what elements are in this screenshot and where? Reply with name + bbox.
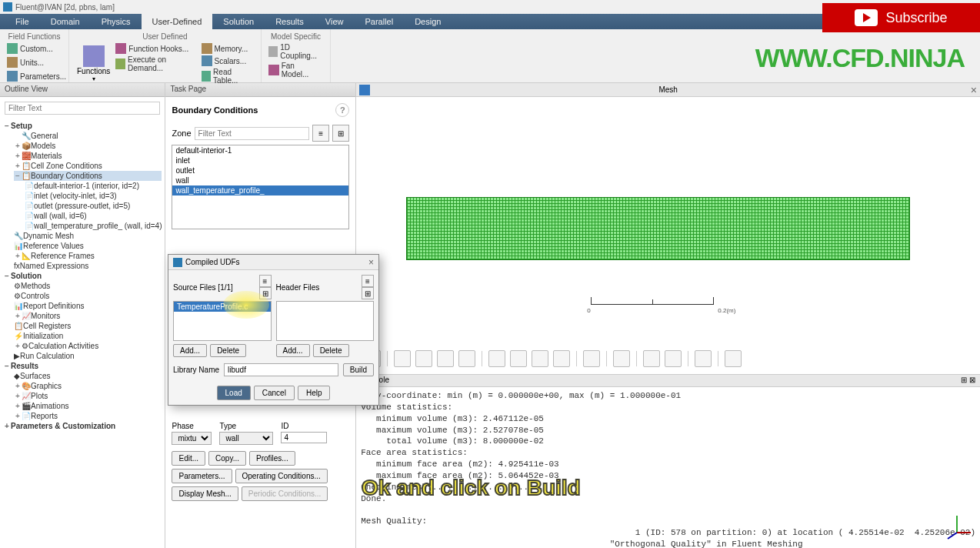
mesh-canvas[interactable]: 0 0.2(m): [356, 97, 980, 343]
tree-bc-item[interactable]: 📄 inlet (velocity-inlet, id=3): [25, 191, 162, 201]
type-select[interactable]: wall: [219, 432, 273, 445]
tree-bc-item[interactable]: 📄 wall (wall, id=6): [25, 211, 162, 221]
tool-fit-icon[interactable]: [532, 350, 548, 367]
parameters-button[interactable]: Parameters...: [5, 70, 68, 82]
tool-outline-icon[interactable]: [583, 350, 600, 367]
tree-monitors[interactable]: +📈 Monitors: [14, 311, 162, 321]
subscribe-overlay[interactable]: Subscribe: [822, 3, 980, 32]
tool-zoomout-icon[interactable]: [510, 350, 527, 367]
zone-item[interactable]: wall: [172, 175, 348, 185]
tab-solution[interactable]: Solution: [212, 14, 265, 29]
udf-help-button[interactable]: Help: [298, 386, 331, 400]
tree-controls[interactable]: ⚙ Controls: [14, 291, 162, 301]
functions-button[interactable]: Functions▾: [74, 42, 113, 85]
zone-item[interactable]: outlet: [172, 165, 348, 175]
tree-runcalc[interactable]: ▶ Run Calculation: [14, 351, 162, 361]
zone-sort-icon[interactable]: ≡: [312, 125, 329, 142]
tree-namedexp[interactable]: fx Named Expressions: [14, 261, 162, 271]
mesh-close-icon[interactable]: ×: [971, 84, 977, 96]
edit-button[interactable]: Edit...: [172, 451, 205, 466]
tab-view[interactable]: View: [315, 14, 355, 29]
units-button[interactable]: Units...: [5, 56, 68, 68]
tab-user-defined[interactable]: User-Defined: [142, 14, 213, 29]
tree-results[interactable]: −Results: [3, 361, 162, 371]
tree-cellregs[interactable]: 📋 Cell Registers: [14, 321, 162, 331]
phase-select[interactable]: mixture: [172, 432, 212, 445]
build-button[interactable]: Build: [343, 363, 374, 376]
zone-item[interactable]: inlet: [172, 155, 348, 165]
tree-solution[interactable]: −Solution: [3, 271, 162, 281]
tree-setup[interactable]: −Setup: [3, 121, 162, 131]
tab-design[interactable]: Design: [404, 14, 452, 29]
tree-plots[interactable]: +📈 Plots: [14, 391, 162, 401]
help-icon[interactable]: ?: [335, 103, 349, 117]
console-text[interactable]: y-coordinate: min (m) = 0.000000e+00, ma…: [356, 387, 980, 548]
tree-models[interactable]: +📦 Models: [14, 141, 162, 151]
tab-domain[interactable]: Domain: [40, 14, 91, 29]
copy-button[interactable]: Copy...: [208, 451, 246, 466]
tree-general[interactable]: 🔧 General: [14, 131, 162, 141]
tree-materials[interactable]: +🧱 Materials: [14, 151, 162, 161]
src-list[interactable]: TemperatureProfile.c: [173, 301, 272, 341]
src-item[interactable]: TemperatureProfile.c: [174, 302, 271, 312]
tab-physics[interactable]: Physics: [91, 14, 142, 29]
zone-item[interactable]: default-interior-1: [172, 145, 348, 155]
hdr-add-button[interactable]: Add...: [276, 344, 310, 357]
tool-target-icon[interactable]: [394, 350, 411, 367]
tree-bc-item[interactable]: 📄 outlet (pressure-outlet, id=5): [25, 201, 162, 211]
src-expand-icon[interactable]: ⊞: [259, 287, 272, 299]
tree-reportdefs[interactable]: 📊 Report Definitions: [14, 301, 162, 311]
tool-play-icon[interactable]: [725, 350, 742, 367]
tool-zoom-icon[interactable]: [437, 350, 454, 367]
tool-print-icon[interactable]: [553, 350, 570, 367]
cancel-button[interactable]: Cancel: [254, 386, 295, 400]
hdr-list[interactable]: [276, 301, 375, 341]
tool-clip-icon[interactable]: [458, 350, 475, 367]
close-icon[interactable]: ×: [368, 257, 374, 268]
tree-calcact[interactable]: +⚙ Calculation Activities: [14, 341, 162, 351]
opcond-button[interactable]: Operating Conditions...: [235, 469, 328, 483]
tab-file[interactable]: File: [5, 14, 40, 29]
fan-model-button[interactable]: Fan Model...: [266, 61, 325, 79]
execute-on-demand-button[interactable]: Execute on Demand...: [113, 55, 198, 73]
scalars-button[interactable]: Scalars...: [199, 55, 257, 67]
outline-filter[interactable]: [5, 102, 160, 115]
profiles-button[interactable]: Profiles...: [249, 451, 295, 466]
tree-reports[interactable]: +📄 Reports: [14, 411, 162, 421]
zone-item[interactable]: wall_temperature_profile_: [172, 185, 348, 195]
tree-init[interactable]: ⚡ Initialization: [14, 331, 162, 341]
src-sort-icon[interactable]: ≡: [259, 275, 272, 287]
mesh-tab-icon[interactable]: [359, 85, 370, 95]
tool-iso-icon[interactable]: [643, 350, 660, 367]
tree-refframes[interactable]: +📐 Reference Frames: [14, 251, 162, 261]
tree-dynmesh[interactable]: 🔧 Dynamic Mesh: [14, 231, 162, 241]
console-controls-icon[interactable]: ⊞ ⊠: [961, 376, 975, 386]
load-button[interactable]: Load: [217, 386, 251, 400]
src-delete-button[interactable]: Delete: [210, 344, 246, 357]
tree-refvals[interactable]: 📊 Reference Values: [14, 241, 162, 251]
tree-bc-item[interactable]: 📄 wall_temperature_profile_ (wall, id=4): [25, 221, 162, 231]
tree-graphics[interactable]: +🎨 Graphics: [14, 381, 162, 391]
tool-annot-icon[interactable]: [695, 350, 712, 367]
outline-tree[interactable]: −Setup 🔧 General +📦 Models +🧱 Materials …: [0, 119, 165, 548]
tool-copy-icon[interactable]: [665, 350, 682, 367]
zone-filter[interactable]: [195, 127, 310, 140]
hdr-expand-icon[interactable]: ⊞: [362, 287, 374, 299]
hdr-sort-icon[interactable]: ≡: [362, 275, 374, 287]
libname-field[interactable]: [224, 363, 338, 376]
memory-button[interactable]: Memory...: [199, 42, 257, 55]
function-hooks-button[interactable]: Function Hooks...: [113, 42, 198, 55]
hdr-delete-button[interactable]: Delete: [313, 344, 349, 357]
tree-methods[interactable]: ⚙ Methods: [14, 281, 162, 291]
tree-bc-item[interactable]: 📄 default-interior-1 (interior, id=2): [25, 181, 162, 191]
tool-light-icon[interactable]: [613, 350, 630, 367]
coupling-button[interactable]: 1D Coupling...: [266, 42, 325, 61]
dispmesh-button[interactable]: Display Mesh...: [172, 486, 238, 501]
zone-list[interactable]: default-interior-1 inlet outlet wall wal…: [172, 145, 349, 229]
tree-czc[interactable]: +📋 Cell Zone Conditions: [14, 161, 162, 171]
tree-bc[interactable]: −📋 Boundary Conditions: [14, 171, 162, 181]
tree-animations[interactable]: +🎬 Animations: [14, 401, 162, 411]
bc-parameters-button[interactable]: Parameters...: [172, 469, 232, 483]
tool-zoomin-icon[interactable]: [488, 350, 505, 367]
tool-rubber-icon[interactable]: [415, 350, 432, 367]
